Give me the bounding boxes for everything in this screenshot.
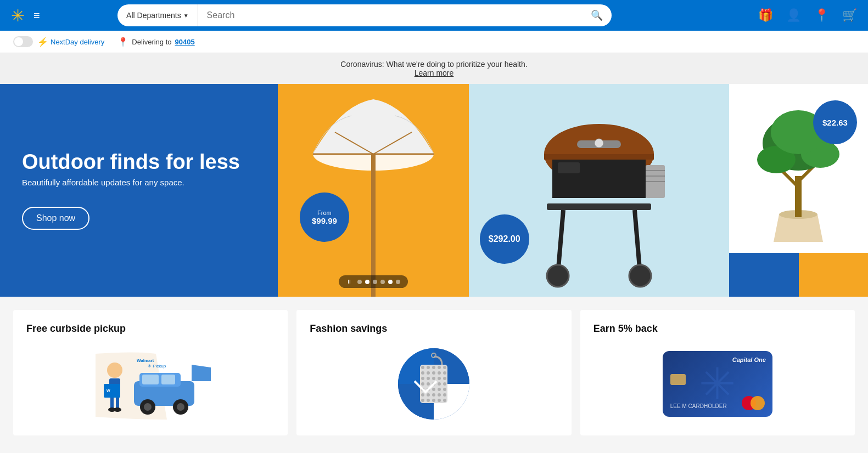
carousel-dot-4[interactable]	[380, 280, 385, 284]
pickup-card-image: W Walmart ✳ Pickup	[26, 346, 275, 422]
svg-text:W: W	[107, 389, 110, 393]
cashback-card-image: ✳ Capital One LEE M CARDHOLDER	[593, 346, 842, 422]
header-icons: 🎁 👤 📍 🛒	[758, 8, 857, 22]
svg-rect-43	[110, 398, 114, 409]
mc-yellow-circle	[751, 396, 765, 410]
carousel-dot-3[interactable]	[373, 280, 377, 284]
svg-point-15	[547, 265, 569, 287]
main-header: ✳ ≡ All Departments ▼ 🔍 🎁 👤 📍 🛒	[0, 0, 868, 31]
delivery-prefix: Delivering to	[132, 38, 171, 46]
cap1-logo: Capital One	[732, 356, 766, 363]
umbrella-price: $99.99	[312, 216, 337, 225]
fashion-card-title: Fashion savings	[310, 323, 558, 335]
search-input[interactable]	[198, 10, 583, 20]
grill-price: $292.00	[489, 234, 520, 244]
walmart-logo[interactable]: ✳	[11, 6, 25, 25]
hero-plant-panel: $22.63	[729, 84, 868, 297]
shop-now-button[interactable]: Shop now	[22, 207, 89, 230]
delivery-zip[interactable]: 90405	[175, 38, 195, 46]
cashback-card-title: Earn 5% back	[593, 323, 842, 335]
carousel-dot-6[interactable]	[396, 280, 400, 284]
svg-text:Walmart: Walmart	[137, 358, 154, 363]
hero-title: Outdoor finds for less	[22, 151, 256, 174]
svg-rect-12	[547, 203, 651, 210]
subheader: ⚡ NextDay delivery 📍 Delivering to 90405	[0, 31, 868, 53]
svg-point-46	[114, 407, 121, 412]
carousel-controls[interactable]: ⏸	[339, 275, 408, 288]
fashion-circle	[398, 348, 469, 420]
svg-rect-32	[161, 375, 175, 384]
pickup-illustration: W Walmart ✳ Pickup	[90, 348, 211, 420]
corona-banner: Coronavirus: What we're doing to priorit…	[0, 53, 868, 84]
fashion-card-image	[310, 346, 558, 422]
hero-left-panel: Outdoor finds for less Beautifully affor…	[0, 84, 278, 297]
hero-grill-panel: $292.00	[469, 84, 729, 297]
svg-rect-44	[116, 398, 119, 409]
from-label: From	[317, 209, 332, 216]
carousel-dot-1[interactable]	[357, 280, 362, 284]
promo-section: Free curbside pickup	[0, 297, 868, 449]
plant-price: $22.63	[822, 118, 848, 127]
price-badge-umbrella: From $99.99	[300, 192, 349, 242]
yellow-block	[799, 253, 868, 297]
corona-learn-more[interactable]: Learn more	[415, 69, 454, 77]
pin-icon: 📍	[117, 37, 128, 47]
delivery-info: 📍 Delivering to 90405	[117, 37, 194, 47]
chevron-down-icon: ▼	[183, 13, 189, 19]
pickup-card-title: Free curbside pickup	[26, 323, 275, 335]
carousel-dot-2[interactable]	[365, 280, 369, 284]
svg-rect-7	[544, 154, 654, 160]
svg-text:✳ Pickup: ✳ Pickup	[148, 364, 166, 369]
svg-point-36	[177, 403, 184, 411]
svg-rect-22	[795, 176, 802, 217]
hero-umbrella-panel: From $99.99 ⏸	[278, 84, 469, 297]
nextday-switch[interactable]	[13, 36, 33, 47]
promo-card-pickup[interactable]: Free curbside pickup	[13, 310, 288, 435]
department-dropdown[interactable]: All Departments ▼	[117, 4, 198, 26]
corona-message: Coronavirus: What we're doing to priorit…	[340, 60, 527, 69]
registry-icon[interactable]: 🎁	[758, 8, 773, 22]
hero-subtitle: Beautifully affordable updates for any s…	[22, 178, 256, 187]
promo-card-cashback[interactable]: Earn 5% back ✳ Capital One LEE M CARDHOL…	[580, 310, 855, 435]
mastercard-logo	[742, 396, 765, 410]
nextday-icon: ⚡	[37, 37, 48, 47]
svg-point-16	[629, 265, 651, 287]
search-button[interactable]: 🔍	[582, 9, 612, 21]
menu-icon[interactable]: ≡	[33, 9, 40, 22]
search-bar: All Departments ▼ 🔍	[117, 4, 612, 26]
department-label: All Departments	[126, 11, 181, 20]
hero-bottom-blocks	[729, 253, 868, 297]
credit-card: ✳ Capital One LEE M CARDHOLDER	[663, 351, 772, 417]
promo-card-fashion[interactable]: Fashion savings	[296, 310, 571, 435]
grill-illustration	[530, 110, 668, 297]
fashion-circle-svg	[398, 348, 469, 420]
nextday-toggle[interactable]: ⚡ NextDay delivery	[13, 36, 104, 47]
hero-banner: Outdoor finds for less Beautifully affor…	[0, 84, 868, 297]
svg-point-34	[144, 403, 152, 411]
cart-icon[interactable]: 🛒	[842, 8, 857, 22]
blue-block	[729, 253, 798, 297]
price-badge-plant: $22.63	[813, 100, 857, 144]
svg-point-37	[107, 363, 122, 378]
svg-rect-31	[142, 375, 159, 384]
location-icon[interactable]: 📍	[814, 8, 829, 22]
nextday-label: ⚡ NextDay delivery	[37, 37, 104, 47]
svg-rect-11	[558, 162, 580, 173]
search-icon: 🔍	[591, 10, 603, 21]
pause-icon[interactable]: ⏸	[346, 279, 352, 285]
carousel-dot-5[interactable]	[388, 280, 393, 284]
price-badge-grill: $292.00	[480, 214, 529, 264]
account-icon[interactable]: 👤	[786, 8, 801, 22]
svg-point-9	[595, 139, 603, 148]
